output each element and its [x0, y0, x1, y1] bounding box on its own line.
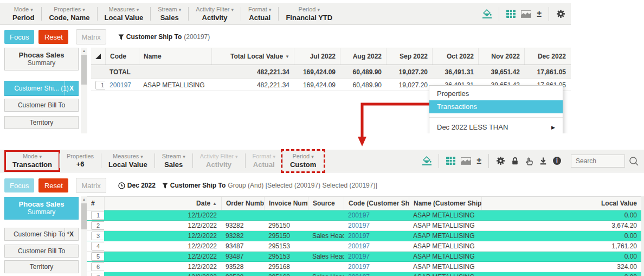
settings-gear-icon[interactable] — [556, 9, 565, 18]
toolbar-item-label: Period▾ — [299, 6, 320, 14]
lock-icon[interactable] — [511, 157, 519, 165]
scrollbar-thumb[interactable] — [81, 55, 87, 85]
clear-filter-button[interactable]: X — [65, 81, 78, 95]
sidebar-item-customer-bill-to[interactable]: Customer Bill To — [4, 245, 79, 258]
column-header-month[interactable]: Aug 2022 — [340, 48, 386, 65]
filter-breadcrumb[interactable]: Customer Ship To Group (And) [Selected (… — [162, 182, 377, 189]
sidebar-item-customer-ship-to[interactable]: Customer Shi... (1) X — [4, 81, 79, 96]
code-link[interactable]: 200197 — [348, 242, 370, 250]
toolbar-item-format[interactable]: Format▾Actual — [241, 4, 278, 24]
scroll-up-icon[interactable]: ▲ — [81, 49, 87, 53]
invoice-number-cell: 295150 — [264, 231, 308, 241]
month-value-cell: 60,489.90 — [340, 79, 386, 91]
code-link[interactable]: 200197 — [348, 273, 370, 276]
pivot-corner-cell[interactable] — [91, 48, 105, 65]
caret-down-icon: ▾ — [39, 154, 42, 159]
column-header-local-value[interactable]: Local Value — [481, 197, 641, 210]
column-header-month[interactable]: Sep 2022 — [386, 48, 432, 65]
menu-item-dec-2022-less-than[interactable]: Dec 2022 LESS THAN ▶ — [429, 121, 563, 133]
focus-button[interactable]: Focus — [4, 30, 34, 44]
settings-gear-icon[interactable] — [496, 156, 505, 165]
matrix-button[interactable]: Matrix — [76, 29, 106, 44]
toolbar-item-activity-filter[interactable]: Activity Filter▾Activity — [189, 4, 241, 24]
toolbar-item-mode[interactable]: Mode▾Period — [5, 4, 41, 24]
column-header-code[interactable]: Code — [105, 48, 139, 65]
icon-divider — [499, 7, 499, 21]
sidebar-item-customer-bill-to[interactable]: Customer Bill To — [4, 99, 79, 112]
clock-icon — [118, 182, 125, 189]
row-number-cell: 6 — [87, 262, 104, 272]
toolbar-item-properties[interactable]: Properties▾Code, Name — [42, 4, 96, 24]
toolbar-item-format[interactable]: Format▾Actual — [246, 151, 282, 171]
sidebar-item-customer-ship-to[interactable]: Customer Ship To * X — [4, 228, 79, 241]
column-header-source[interactable]: Source — [308, 197, 344, 210]
focus-button[interactable]: Focus — [4, 178, 34, 192]
column-header-name[interactable]: Name — [139, 48, 211, 65]
toolbar-item-activity-filter[interactable]: Activity Filter▾Activity — [193, 151, 245, 171]
code-link[interactable]: 200197 — [348, 253, 370, 260]
caret-down-icon: ▾ — [140, 154, 143, 159]
scrollbar-thumb[interactable] — [81, 203, 87, 229]
sidebar-item-territory[interactable]: Territory — [4, 260, 79, 273]
chart-view-icon[interactable] — [521, 10, 531, 18]
column-header-order-number[interactable]: Order Number — [221, 197, 264, 210]
menu-item-properties[interactable]: Properties — [429, 87, 563, 100]
download-icon[interactable] — [539, 157, 548, 165]
column-header-month[interactable]: Jul 2022 — [294, 48, 340, 65]
column-header-total-local-value[interactable]: Total Local Value▼ — [211, 48, 294, 65]
tap-hand-icon[interactable] — [525, 157, 533, 165]
toolbar-item-stream[interactable]: Stream▾Sales — [151, 4, 188, 24]
format-paint-icon[interactable] — [482, 9, 492, 18]
column-header-code-customer-ship-to-[interactable]: Code (Customer Ship To) — [344, 197, 409, 210]
code-link[interactable]: 200197 — [348, 263, 370, 271]
plus-minus-icon[interactable]: ± — [476, 157, 481, 165]
toolbar-item-label: Format▾ — [253, 153, 275, 161]
period-breadcrumb[interactable]: Dec 2022 — [118, 182, 156, 189]
search-icon[interactable] — [629, 156, 639, 166]
toolbar-item-measures[interactable]: Measures▾Local Value — [101, 151, 154, 171]
code-link[interactable]: 200197 — [348, 232, 370, 240]
sidebar-item-territory[interactable]: Territory — [4, 116, 79, 129]
local-value-cell: 1,761.20 — [481, 241, 641, 251]
toolbar-item-measures[interactable]: Measures▾Local Value — [98, 4, 151, 24]
database-selector[interactable]: Phocas Sales Summary — [4, 197, 79, 220]
table-scrollbar[interactable] — [641, 196, 644, 276]
toolbar-item-properties[interactable]: Properties+6 — [60, 151, 101, 170]
funnel-icon — [118, 34, 124, 40]
database-selector[interactable]: Phocas Sales Summary — [4, 48, 79, 70]
toolbar-item-value: Actual — [253, 161, 275, 169]
toolbar-item-mode[interactable]: Mode▾Transaction — [5, 151, 59, 171]
source-cell: Sales Header — [308, 252, 344, 261]
code-link[interactable]: 200197 — [110, 81, 131, 89]
filter-breadcrumb[interactable]: Customer Ship To (200197) — [118, 33, 210, 41]
column-header-date[interactable]: Date▲ — [104, 197, 221, 210]
name-cell: ASAP METALLISING — [409, 241, 481, 251]
table-view-icon[interactable] — [506, 10, 516, 18]
code-link[interactable]: 200197 — [348, 211, 370, 219]
table-row: 512/2/202293487295153Sales Header200197A… — [87, 252, 641, 262]
clear-filter-button[interactable]: X — [65, 228, 78, 240]
toolbar-item-period[interactable]: Period▾Custom — [283, 151, 323, 171]
row-number: 2 — [91, 221, 104, 230]
info-icon[interactable]: i — [553, 157, 561, 165]
code-link[interactable]: 200197 — [348, 222, 370, 229]
column-header-month[interactable]: Nov 2022 — [478, 48, 524, 65]
toolbar-item-period[interactable]: Period▾Financial YTD — [279, 4, 339, 24]
toolbar-item-stream[interactable]: Stream▾Sales — [155, 151, 192, 171]
reset-button[interactable]: Reset — [38, 30, 68, 44]
column-header-month[interactable]: Oct 2022 — [432, 48, 478, 65]
column-header-month[interactable]: Dec 2022 — [524, 48, 570, 65]
matrix-button[interactable]: Matrix — [76, 178, 106, 193]
menu-item-transactions[interactable]: Transactions — [429, 100, 563, 113]
sidebar-scrollbar[interactable]: ▲ — [81, 48, 87, 133]
search-input[interactable] — [571, 155, 625, 168]
plus-minus-icon[interactable]: ± — [537, 10, 542, 18]
column-header--[interactable]: # — [87, 197, 104, 210]
table-view-icon[interactable] — [446, 157, 455, 165]
column-header-name-customer-ship-to-[interactable]: Name (Customer Ship To) — [409, 197, 481, 210]
chart-view-icon[interactable] — [461, 157, 471, 165]
toolbar-item-label: Mode▾ — [14, 6, 33, 14]
column-header-invoice-number[interactable]: Invoice Number — [264, 197, 308, 210]
format-paint-icon[interactable] — [422, 156, 432, 165]
reset-button[interactable]: Reset — [38, 178, 68, 192]
